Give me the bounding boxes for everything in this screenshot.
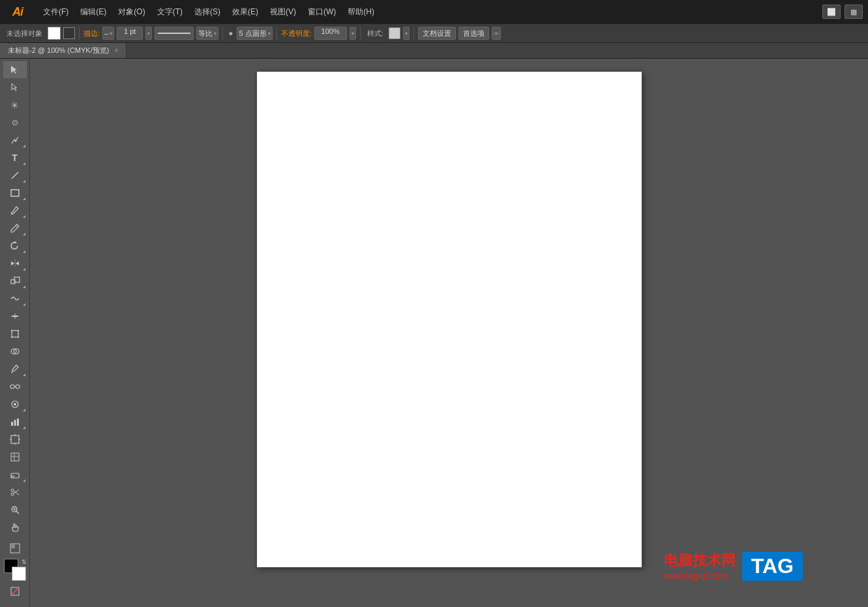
svg-rect-23	[11, 422, 13, 426]
divider-4	[360, 27, 361, 40]
zoom-tool[interactable]	[3, 501, 27, 518]
preferences-btn[interactable]: 首选项	[458, 27, 489, 40]
view-toggle[interactable]	[3, 540, 27, 557]
svg-rect-11	[11, 330, 12, 331]
tab-close-btn[interactable]: ×	[114, 47, 118, 54]
svg-rect-14	[18, 336, 19, 338]
arrange-btn[interactable]: ⬜	[822, 5, 841, 19]
opacity-select[interactable]: ▾	[350, 27, 356, 40]
svg-line-41	[16, 511, 19, 514]
app-logo: Ai	[5, 0, 30, 23]
menu-window[interactable]: 窗口(W)	[303, 4, 341, 20]
magic-wand-tool[interactable]: ✳	[3, 96, 27, 113]
scale-tool[interactable]	[3, 273, 27, 289]
paintbrush-tool[interactable]	[3, 202, 27, 219]
watermark-tag: TAG	[742, 552, 803, 581]
opacity-input[interactable]: 100%	[314, 27, 347, 40]
stroke-swatch[interactable]	[63, 27, 75, 39]
scissors-tool[interactable]	[3, 484, 27, 501]
doc-settings-btn[interactable]: 文档设置	[418, 27, 456, 40]
type-tool[interactable]: T	[3, 149, 27, 166]
workspace-btn[interactable]: ▦	[845, 5, 863, 19]
rotate-tool[interactable]	[3, 237, 27, 254]
direct-selection-tool[interactable]	[3, 79, 27, 96]
svg-rect-31	[11, 453, 19, 461]
options-bar: 未选择对象 描边: –▾ 1 pt ▾ 等比▾ ● 5 点圆形▾ 不透明度: 1…	[0, 23, 868, 43]
watermark-url: www.tagxp.com	[664, 570, 736, 581]
none-color[interactable]	[3, 583, 27, 600]
style-swatch[interactable]	[389, 27, 400, 39]
extra-select[interactable]: ≫	[492, 27, 501, 40]
lasso-tool[interactable]: ⊙	[3, 114, 27, 131]
reflect-tool[interactable]	[3, 255, 27, 272]
menu-object[interactable]: 对象(O)	[113, 4, 150, 20]
divider-5	[413, 27, 414, 40]
menu-effect[interactable]: 效果(E)	[227, 4, 263, 20]
svg-line-47	[11, 587, 19, 595]
title-bar: Ai 文件(F) 编辑(E) 对象(O) 文字(T) 选择(S) 效果(E) 视…	[0, 0, 868, 23]
style-select[interactable]: ▾	[403, 27, 410, 40]
stroke-style-select[interactable]: –▾	[102, 27, 114, 40]
line-tool[interactable]	[3, 167, 27, 184]
svg-rect-12	[18, 330, 19, 331]
swap-colors[interactable]: ⇅	[22, 559, 27, 565]
menu-bar: 文件(F) 编辑(E) 对象(O) 文字(T) 选择(S) 效果(E) 视图(V…	[38, 4, 815, 20]
style-label: 样式:	[365, 29, 386, 38]
menu-edit[interactable]: 编辑(E)	[75, 4, 112, 20]
menu-help[interactable]: 帮助(H)	[342, 4, 380, 20]
stroke-width-select[interactable]: ▾	[145, 27, 152, 40]
brush-select[interactable]: 5 点圆形▾	[237, 27, 272, 40]
menu-select[interactable]: 选择(S)	[189, 4, 226, 20]
svg-rect-26	[11, 436, 19, 443]
shape-builder-tool[interactable]	[3, 343, 27, 360]
pen-tool[interactable]	[3, 132, 27, 149]
svg-line-17	[12, 371, 12, 373]
symbol-sprayer-tool[interactable]	[3, 396, 27, 413]
svg-rect-35	[11, 475, 14, 478]
svg-line-1	[12, 172, 18, 179]
eraser-tool[interactable]	[3, 466, 27, 483]
watermark: 电脑技术网 www.tagxp.com TAG	[664, 551, 803, 581]
pencil-tool[interactable]	[3, 220, 27, 237]
artboard-tool[interactable]	[3, 431, 27, 448]
width-tool[interactable]	[3, 308, 27, 325]
eyedropper-tool[interactable]	[3, 361, 27, 378]
free-transform-tool[interactable]	[3, 325, 27, 342]
svg-rect-13	[11, 336, 12, 338]
title-controls: ⬜ ▦	[822, 5, 863, 19]
svg-line-3	[16, 226, 18, 228]
svg-point-18	[10, 385, 14, 389]
svg-rect-24	[14, 420, 16, 426]
svg-point-19	[16, 385, 20, 389]
stroke-label: 描边:	[83, 29, 100, 38]
rectangle-tool[interactable]	[3, 185, 27, 201]
stroke-line-preview	[155, 27, 194, 40]
background-color[interactable]	[12, 567, 26, 581]
svg-point-37	[11, 493, 14, 496]
color-mode-area: ⇅	[2, 559, 28, 581]
status-label: 未选择对象	[4, 29, 45, 38]
fill-swatch[interactable]	[48, 27, 61, 40]
stroke-width-input[interactable]: 1 pt	[117, 27, 143, 40]
blend-tool[interactable]	[3, 378, 27, 395]
artboard	[257, 72, 642, 567]
document-tab[interactable]: 未标题-2 @ 100% (CMYK/预览) ×	[0, 43, 127, 58]
tab-title: 未标题-2 @ 100% (CMYK/预览)	[8, 46, 109, 55]
svg-rect-45	[10, 544, 15, 548]
opacity-label: 不透明度:	[281, 29, 312, 38]
hand-tool[interactable]	[3, 519, 27, 536]
svg-rect-2	[11, 190, 19, 196]
selection-tool[interactable]	[3, 61, 27, 78]
scale-select[interactable]: 等比▾	[196, 27, 218, 40]
column-graph-tool[interactable]	[3, 413, 27, 430]
menu-file[interactable]: 文件(F)	[38, 4, 74, 20]
divider-3	[277, 27, 277, 40]
main-area: ✳ ⊙ T	[0, 59, 868, 607]
divider-2	[222, 27, 223, 40]
canvas-area: 电脑技术网 www.tagxp.com TAG	[30, 59, 868, 607]
menu-view[interactable]: 视图(V)	[265, 4, 301, 20]
svg-point-36	[11, 489, 14, 492]
menu-text[interactable]: 文字(T)	[152, 4, 188, 20]
slice-tool[interactable]	[3, 449, 27, 466]
warp-tool[interactable]	[3, 290, 27, 307]
